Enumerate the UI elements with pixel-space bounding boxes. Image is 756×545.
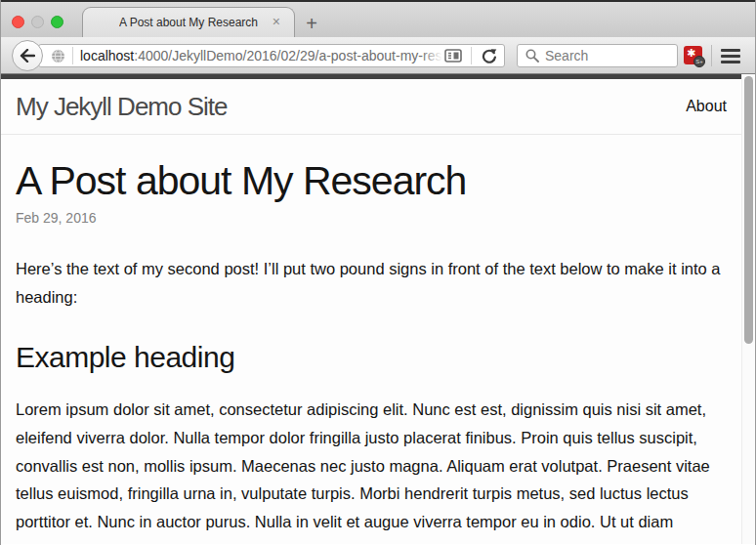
hamburger-icon <box>721 49 740 52</box>
tab-title: A Post about My Research <box>119 16 258 29</box>
site-header: My Jekyll Demo Site About <box>1 74 755 135</box>
url-bar[interactable]: localhost:4000/JekyllDemo/2016/02/29/a-p… <box>38 44 505 67</box>
reload-icon <box>482 48 497 63</box>
page-scrollbar[interactable] <box>741 74 755 544</box>
search-input[interactable] <box>545 48 677 63</box>
site-title-link[interactable]: My Jekyll Demo Site <box>16 92 228 122</box>
divider <box>711 45 712 66</box>
reload-button[interactable] <box>479 45 500 66</box>
post-content: Here’s the text of my second post! I’ll … <box>16 255 727 544</box>
traffic-lights <box>12 16 63 28</box>
post-intro-paragraph: Here’s the text of my second post! I’ll … <box>16 255 727 312</box>
url-path: :4000/JekyllDemo/2016/02/29/a-post-about… <box>134 48 442 63</box>
globe-icon <box>51 49 65 63</box>
tab-active[interactable]: A Post about My Research × <box>82 7 295 37</box>
tab-close-icon[interactable]: × <box>273 15 280 28</box>
minimize-window-button[interactable] <box>31 16 44 28</box>
browser-window: A Post about My Research × + localhost:4… <box>0 0 756 545</box>
post-body-paragraph: Lorem ipsum dolor sit amet, consectetur … <box>16 396 727 544</box>
reader-mode-button[interactable] <box>442 45 464 66</box>
scrollbar-thumb[interactable] <box>744 76 753 344</box>
close-window-button[interactable] <box>12 16 24 28</box>
url-host: localhost <box>80 48 134 63</box>
extension-badge: S+ <box>693 56 705 67</box>
back-button[interactable] <box>12 40 43 71</box>
search-icon <box>525 49 539 63</box>
page-viewport: My Jekyll Demo Site About A Post about M… <box>1 74 755 544</box>
tab-bar: A Post about My Research × + <box>1 0 755 37</box>
nav-about-link[interactable]: About <box>686 98 727 114</box>
navigation-toolbar: localhost:4000/JekyllDemo/2016/02/29/a-p… <box>1 37 755 74</box>
divider <box>72 47 73 64</box>
site-nav: About <box>686 98 727 115</box>
section-heading: Example heading <box>16 341 727 374</box>
hamburger-menu-button[interactable] <box>721 49 740 63</box>
zoom-window-button[interactable] <box>51 16 63 28</box>
reader-mode-icon <box>444 49 462 63</box>
back-arrow-icon <box>20 49 35 63</box>
extension-button[interactable]: ✱ S+ <box>684 46 702 64</box>
search-bar[interactable] <box>517 44 678 67</box>
url-text[interactable]: localhost:4000/JekyllDemo/2016/02/29/a-p… <box>80 48 442 63</box>
post-title: A Post about My Research <box>16 160 727 202</box>
post-article: A Post about My Research Feb 29, 2016 He… <box>1 160 741 544</box>
divider <box>471 47 472 64</box>
new-tab-button[interactable]: + <box>302 14 321 33</box>
post-date: Feb 29, 2016 <box>16 210 727 226</box>
